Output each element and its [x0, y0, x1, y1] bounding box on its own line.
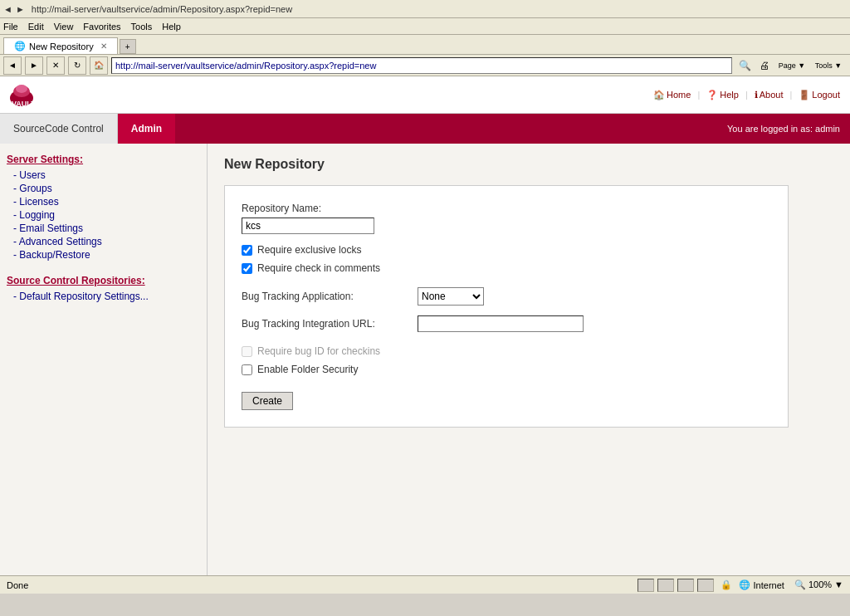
status-segment-4 [697, 579, 714, 592]
status-bar-left: Done [7, 580, 28, 590]
browser-titlebar: ◄ ► http://mail-server/vaultservice/admi… [0, 0, 850, 18]
svg-point-3 [16, 85, 27, 93]
main-layout: Server Settings: - Users - Groups - Lice… [0, 144, 850, 575]
svg-text:VAULT: VAULT [12, 100, 36, 108]
bug-tracking-app-select[interactable]: None [418, 287, 484, 306]
nav-tabs: SourceCode Control Admin You are logged … [0, 114, 850, 144]
home-link[interactable]: 🏠 Home [650, 88, 694, 102]
status-bar-right: 🔒 🌐 Internet 🔍 100% ▼ [638, 579, 843, 592]
zoom-text: 🔍 100% ▼ [794, 579, 843, 590]
page-icon[interactable]: Page ▼ [775, 57, 808, 74]
tools-icon[interactable]: Tools ▼ [810, 57, 847, 74]
help-link[interactable]: ❓ Help [703, 88, 742, 102]
bug-tracking-url-label: Bug Tracking Integration URL: [242, 318, 408, 330]
menu-help[interactable]: Help [162, 22, 181, 32]
sidebar-item-advanced-settings[interactable]: - Advanced Settings [7, 235, 200, 248]
page-title: New Repository [224, 157, 833, 172]
status-segment-3 [677, 579, 694, 592]
tab-sourcecode-control[interactable]: SourceCode Control [0, 114, 118, 144]
sidebar-item-logging[interactable]: - Logging [7, 208, 200, 222]
about-link[interactable]: ℹ About [751, 88, 787, 102]
require-exclusive-locks-checkbox[interactable] [242, 245, 252, 256]
forward-btn[interactable]: ► [25, 56, 43, 75]
home-icon: 🏠 [653, 90, 665, 100]
help-icon: ❓ [706, 90, 718, 100]
enable-folder-security-label: Enable Folder Security [257, 364, 358, 375]
require-exclusive-locks-row: Require exclusive locks [242, 244, 771, 256]
enable-folder-security-checkbox[interactable] [242, 364, 252, 375]
menu-file[interactable]: File [3, 22, 18, 32]
titlebar-forward-btn[interactable]: ► [16, 4, 25, 14]
menu-view[interactable]: View [54, 22, 74, 32]
home-btn[interactable]: 🏠 [90, 56, 108, 75]
zone-text: Internet [754, 580, 784, 590]
titlebar-address: http://mail-server/vaultservice/admin/Re… [32, 4, 847, 14]
stop-btn[interactable]: ✕ [46, 56, 65, 75]
app-header: VAULT 🏠 Home | ❓ Help | ℹ About | 🚪 Logo… [0, 76, 850, 114]
refresh-btn[interactable]: ↻ [68, 56, 86, 75]
status-segment-1 [638, 579, 654, 592]
security-icon: 🔒 [721, 579, 732, 590]
sidebar-server-settings-section: Server Settings: - Users - Groups - Lice… [7, 154, 200, 262]
enable-folder-security-row: Enable Folder Security [242, 364, 771, 375]
repo-name-input[interactable] [242, 218, 374, 234]
sidebar-item-email-settings[interactable]: - Email Settings [7, 222, 200, 235]
sidebar-source-control-section: Source Control Repositories: - Default R… [7, 275, 200, 303]
logout-icon: 🚪 [799, 90, 810, 100]
require-bug-id-checkbox[interactable] [242, 346, 252, 357]
logged-in-bar: You are logged in as: admin [175, 114, 850, 144]
sidebar-item-licenses[interactable]: - Licenses [7, 195, 200, 208]
sidebar-item-users[interactable]: - Users [7, 169, 200, 182]
bug-tracking-app-row: Bug Tracking Application: None [242, 287, 771, 306]
require-exclusive-locks-label: Require exclusive locks [257, 244, 361, 256]
browser-menu-bar: File Edit View Favorites Tools Help [0, 18, 850, 35]
header-links: 🏠 Home | ❓ Help | ℹ About | 🚪 Logout [650, 88, 843, 102]
repo-name-label: Repository Name: [242, 203, 771, 214]
status-segment-2 [657, 579, 674, 592]
logout-link[interactable]: 🚪 Logout [795, 88, 843, 102]
status-text: Done [7, 580, 28, 590]
require-checkin-comments-row: Require check in comments [242, 262, 771, 274]
bug-tracking-url-input[interactable] [418, 315, 584, 332]
sidebar-server-settings-title[interactable]: Server Settings: [7, 154, 200, 165]
sidebar-item-groups[interactable]: - Groups [7, 182, 200, 195]
repo-name-row: Repository Name: [242, 203, 771, 234]
vault-logo: VAULT [7, 80, 37, 110]
titlebar-back-btn[interactable]: ◄ [3, 4, 12, 14]
bug-tracking-app-label: Bug Tracking Application: [242, 291, 408, 302]
sidebar-item-backup-restore[interactable]: - Backup/Restore [7, 248, 200, 262]
new-tab-btn[interactable]: + [120, 39, 136, 54]
form-panel: Repository Name: Require exclusive locks… [224, 185, 789, 428]
address-input[interactable] [111, 57, 732, 74]
content-area: New Repository Repository Name: Require … [208, 144, 850, 575]
sidebar-item-default-repo-settings[interactable]: - Default Repository Settings... [7, 290, 200, 303]
address-bar-row: ◄ ► ✕ ↻ 🏠 🔍 🖨 Page ▼ Tools ▼ [0, 55, 850, 76]
menu-edit[interactable]: Edit [28, 22, 44, 32]
zone-icon: 🌐 [739, 579, 750, 590]
create-button[interactable]: Create [242, 392, 293, 410]
status-bar: Done 🔒 🌐 Internet 🔍 100% ▼ [0, 575, 850, 594]
print-icon[interactable]: 🖨 [755, 57, 774, 74]
menu-tools[interactable]: Tools [131, 22, 153, 32]
sidebar-source-control-title[interactable]: Source Control Repositories: [7, 275, 200, 286]
require-checkin-comments-checkbox[interactable] [242, 263, 252, 274]
browser-tab[interactable]: 🌐 New Repository ✕ [3, 37, 118, 54]
bug-tracking-url-row: Bug Tracking Integration URL: [242, 315, 771, 332]
require-bug-id-label: Require bug ID for checkins [257, 345, 380, 357]
browser-tabs-bar: 🌐 New Repository ✕ + [0, 35, 850, 55]
browser-toolbar-icons: 🔍 🖨 Page ▼ Tools ▼ [735, 57, 847, 74]
tab-admin[interactable]: Admin [118, 114, 175, 144]
back-btn[interactable]: ◄ [3, 56, 22, 75]
sidebar: Server Settings: - Users - Groups - Lice… [0, 144, 208, 575]
search-icon[interactable]: 🔍 [735, 57, 754, 74]
require-bug-id-row: Require bug ID for checkins [242, 345, 771, 357]
menu-favorites[interactable]: Favorites [83, 22, 120, 32]
about-icon: ℹ [755, 90, 758, 100]
require-checkin-comments-label: Require check in comments [257, 262, 380, 274]
